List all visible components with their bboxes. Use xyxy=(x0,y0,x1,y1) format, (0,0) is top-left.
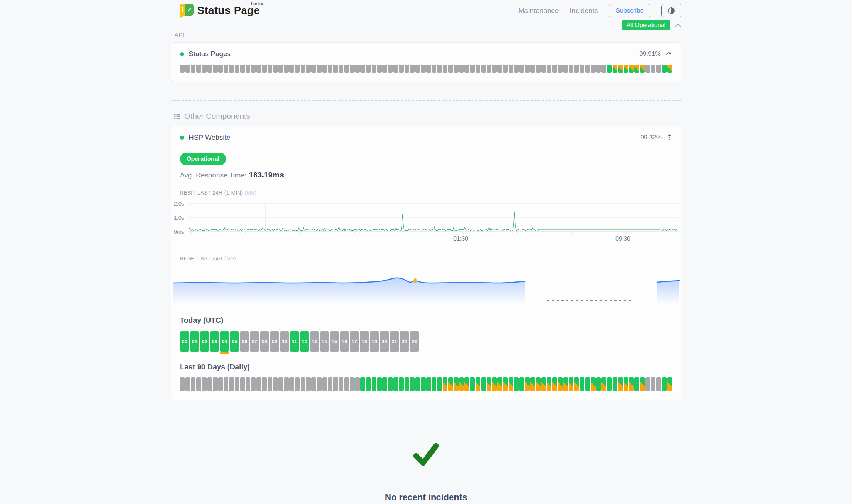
api-card: Status Pages 99.91% xyxy=(171,42,681,82)
uptime-bar xyxy=(278,377,283,391)
hour-box: 13 xyxy=(310,331,319,352)
uptime-bar xyxy=(246,377,251,391)
uptime-bar xyxy=(569,65,574,73)
uptime-bar xyxy=(443,65,447,73)
uptime-bar xyxy=(421,65,426,73)
uptime-bar xyxy=(487,377,492,391)
hour-box: 17 xyxy=(350,331,359,352)
uptime-bar xyxy=(613,65,617,73)
uptime-bar xyxy=(464,65,469,73)
hour-box: 19 xyxy=(370,331,379,352)
uptime-bar xyxy=(448,377,453,391)
brand[interactable]: ! ✓ Status Page hosted xyxy=(180,4,260,17)
uptime-bar xyxy=(541,377,546,391)
uptime-bar xyxy=(651,65,656,73)
uptime-bar xyxy=(202,377,207,391)
uptime-bar xyxy=(645,377,650,391)
uptime-bar xyxy=(601,377,606,391)
last-90-days-title: Last 90 Days (Daily) xyxy=(180,363,672,371)
hour-box: 12 xyxy=(300,331,309,352)
uptime-bar xyxy=(476,65,480,73)
uptime-bar xyxy=(558,377,563,391)
uptime-bar xyxy=(268,377,272,391)
uptime-bar xyxy=(629,377,634,391)
uptime-bar xyxy=(399,65,404,73)
uptime-bar xyxy=(569,377,574,391)
hour-box: 18 xyxy=(360,331,369,352)
uptime-bar xyxy=(459,65,464,73)
svg-text:1.0s: 1.0s xyxy=(174,215,184,221)
uptime-bar xyxy=(656,65,661,73)
uptime-bar xyxy=(530,65,535,73)
uptime-bar xyxy=(295,377,300,391)
uptime-bar xyxy=(618,377,623,391)
uptime-bar xyxy=(262,65,267,73)
hour-box: 11 xyxy=(290,331,299,352)
uptime-bar xyxy=(344,65,349,73)
hour-box: 10 xyxy=(280,331,289,352)
uptime-bar xyxy=(360,377,365,391)
uptime-bar xyxy=(607,377,612,391)
uptime-bar xyxy=(355,65,360,73)
uptime-bar xyxy=(213,65,218,73)
uptime-bar xyxy=(580,65,584,73)
uptime-bar xyxy=(476,377,480,391)
uptime-bar xyxy=(240,377,245,391)
uptime-bar xyxy=(278,65,283,73)
hour-box: 22 xyxy=(400,331,409,352)
uptime-bar xyxy=(464,377,469,391)
hour-box: 09 xyxy=(270,331,279,352)
hour-box: 23 xyxy=(410,331,419,352)
footer: No recent incidents To view all past inc… xyxy=(171,442,681,504)
uptime-bar xyxy=(405,65,409,73)
uptime-bar xyxy=(601,65,606,73)
other-components-title: Other Components xyxy=(184,112,250,121)
uptime-bar xyxy=(328,65,333,73)
uptime-bar xyxy=(339,377,343,391)
uptime-bar xyxy=(426,377,431,391)
svg-text:2.0s: 2.0s xyxy=(174,201,184,207)
refresh-icon[interactable] xyxy=(666,51,672,57)
subscribe-button[interactable]: Subscribe xyxy=(609,4,650,17)
uptime-bar xyxy=(289,377,294,391)
overall-status-badge: All Operational xyxy=(622,20,670,30)
component-row-status-pages[interactable]: Status Pages 99.91% xyxy=(180,50,672,58)
chevron-up-icon[interactable] xyxy=(675,23,681,27)
svg-text:01:30: 01:30 xyxy=(453,236,468,242)
uptime-bar xyxy=(191,377,196,391)
uptime-bar xyxy=(552,377,557,391)
uptime-bar xyxy=(563,377,568,391)
uptime-bar xyxy=(415,377,420,391)
hour-incident-underline xyxy=(220,352,229,354)
uptime-bar xyxy=(377,377,382,391)
uptime-bar xyxy=(273,65,278,73)
arrow-up-dashed-icon[interactable] xyxy=(667,134,672,141)
nav-maintenance[interactable]: Maintenance xyxy=(519,7,559,15)
hour-box: 15 xyxy=(330,331,339,352)
resp-1min-chart-title: RESP. LAST 24H (1-MIN) xyxy=(180,190,243,196)
uptime-bar xyxy=(574,377,579,391)
uptime-bar xyxy=(218,65,223,73)
uptime-bar xyxy=(640,377,645,391)
uptime-bar xyxy=(509,377,513,391)
uptime-bar xyxy=(317,65,322,73)
uptime-bar xyxy=(251,377,256,391)
uptime-bar xyxy=(256,65,261,73)
uptime-bar xyxy=(536,377,541,391)
nav-incidents[interactable]: Incidents xyxy=(570,7,598,15)
uptime-bar xyxy=(596,65,601,73)
uptime-bar xyxy=(530,377,535,391)
uptime-bar xyxy=(497,377,502,391)
theme-toggle-button[interactable] xyxy=(661,4,681,17)
uptime-bar xyxy=(624,65,628,73)
uptime-bar xyxy=(470,65,475,73)
component-row-hsp-website[interactable]: HSP Website 99.32% xyxy=(180,133,672,142)
uptime-bar xyxy=(667,377,672,391)
uptime-bar xyxy=(585,65,590,73)
uptime-bar xyxy=(317,377,322,391)
hour-box: 14 xyxy=(320,331,329,352)
resp-1min-chart: 2.0s1.0s0ms01:3009:30 xyxy=(171,199,681,245)
uptime-bar xyxy=(240,65,245,73)
uptime-bar xyxy=(284,65,289,73)
hour-box: 04 xyxy=(220,331,229,352)
